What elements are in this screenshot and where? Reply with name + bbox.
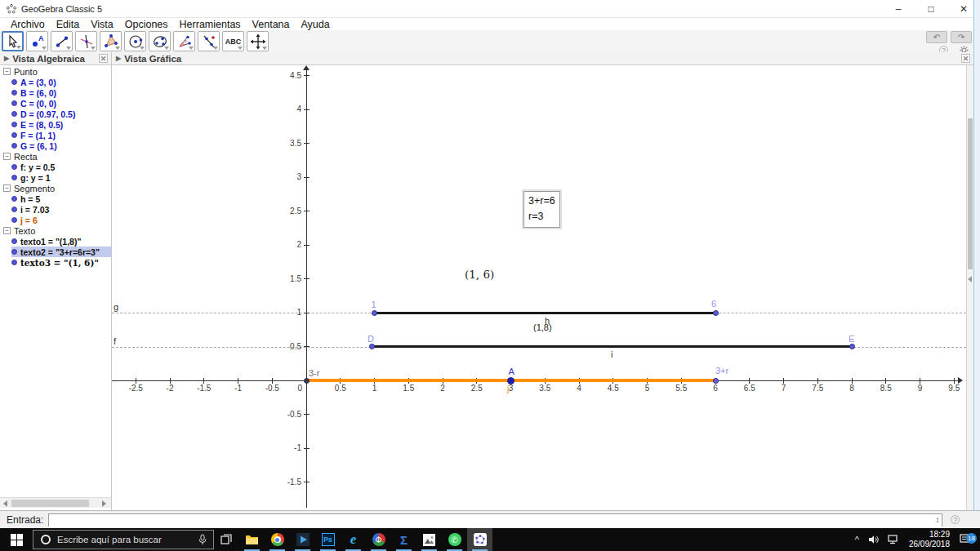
perpendicular-tool-button[interactable] (75, 31, 97, 51)
entrada-input[interactable] (49, 517, 942, 528)
collapse-icon[interactable]: − (3, 153, 11, 160)
text-object[interactable]: (1,8) (533, 322, 552, 332)
minimize-button[interactable]: – (882, 0, 915, 18)
start-button[interactable] (0, 528, 33, 551)
point-tool-button[interactable]: A (26, 31, 48, 51)
menu-item-ayuda[interactable]: Ayuda (296, 19, 336, 30)
segment-h[interactable] (375, 312, 716, 314)
algebra-view-header[interactable]: ▶ Vista Algebraica ✕ (0, 52, 111, 65)
panel-arrow-icon[interactable]: ▶ (4, 55, 9, 62)
transform-tool-button[interactable] (198, 31, 220, 51)
algebra-item[interactable]: A = (3, 0) (11, 77, 111, 87)
move-view-tool-button[interactable] (247, 31, 269, 51)
math-app-button[interactable]: Φ (366, 528, 391, 551)
object-bullet-icon[interactable] (11, 175, 17, 180)
microphone-icon[interactable] (198, 534, 207, 545)
graphics-side-scrollbar[interactable] (966, 65, 973, 510)
algebra-close-icon[interactable]: ✕ (99, 54, 108, 63)
algebra-category-punto[interactable]: −Punto (3, 66, 111, 77)
notification-center-button[interactable]: 18 (955, 534, 980, 545)
object-bullet-icon[interactable] (11, 90, 17, 96)
conic-tool-button[interactable] (149, 31, 171, 51)
object-bullet-icon[interactable] (11, 207, 17, 212)
volume-icon[interactable] (864, 535, 884, 544)
point-6[interactable] (713, 310, 719, 316)
graphics-canvas[interactable]: gf-2.5-2-1.5-1-0.50.511.522.533.544.555.… (112, 65, 966, 508)
algebra-item[interactable]: C = (0, 0) (11, 98, 111, 109)
algebra-item[interactable]: g: y = 1 (11, 172, 111, 183)
text-tool-button[interactable]: ABC (222, 31, 244, 51)
algebra-horizontal-scrollbar[interactable] (0, 497, 111, 508)
object-bullet-icon[interactable] (11, 196, 17, 202)
photoshop-button[interactable]: Ps (315, 528, 341, 551)
object-bullet-icon[interactable] (11, 111, 17, 117)
input-help-icon[interactable]: ? (951, 515, 960, 524)
graphics-view-header[interactable]: ▶ Vista Gráfica ✕ (112, 52, 973, 65)
object-bullet-icon[interactable] (11, 217, 17, 223)
object-bullet-icon[interactable] (11, 122, 17, 127)
object-bullet-icon[interactable] (11, 260, 17, 265)
input-updown-icon[interactable]: ↕ (935, 515, 939, 524)
point-A[interactable] (507, 377, 514, 384)
task-view-button[interactable] (214, 528, 239, 551)
panel-arrow-icon[interactable]: ▶ (116, 55, 121, 62)
algebra-item[interactable]: f: y = 0.5 (11, 162, 111, 172)
move-tool-button[interactable] (2, 31, 24, 51)
algebra-item[interactable]: D = (0.97, 0.5) (11, 109, 111, 119)
menu-item-opciones[interactable]: Opciones (119, 19, 174, 30)
collapse-arrow-icon[interactable] (968, 276, 972, 282)
object-bullet-icon[interactable] (11, 238, 17, 244)
algebra-item[interactable]: G = (6, 1) (11, 140, 111, 151)
collapse-icon[interactable]: − (3, 184, 11, 192)
algebra-item[interactable]: i = 7.03 (11, 204, 111, 215)
photos-button[interactable] (416, 528, 442, 551)
algebra-category-segmento[interactable]: −Segmento (3, 183, 111, 193)
point-3+r[interactable] (713, 378, 719, 384)
text-object[interactable]: (1, 6) (465, 268, 494, 281)
clock[interactable]: 18:29 26/09/2018 (904, 530, 955, 549)
file-explorer-button[interactable] (239, 528, 265, 551)
taskbar-search[interactable]: Escribe aquí para buscar (33, 530, 214, 549)
algebra-item[interactable]: B = (6, 0) (11, 87, 111, 98)
algebra-item[interactable]: E = (8, 0.5) (11, 119, 111, 130)
graphics-close-icon[interactable]: ✕ (961, 54, 970, 63)
menu-item-archivo[interactable]: Archivo (5, 19, 51, 30)
redo-button[interactable]: ↷ (951, 31, 972, 43)
internet-explorer-button[interactable]: e (341, 528, 366, 551)
scroll-left-icon[interactable] (3, 500, 7, 507)
algebra-category-texto[interactable]: −Texto (3, 225, 111, 236)
polygon-tool-button[interactable] (100, 31, 122, 51)
algebra-item[interactable]: texto3 = "(1, 6)" (11, 257, 111, 268)
text-object-boxed[interactable]: 3+r=6r=3 (523, 191, 560, 228)
object-bullet-icon[interactable] (11, 143, 17, 149)
segment-i[interactable] (372, 345, 852, 348)
angle-tool-button[interactable]: a (173, 31, 195, 51)
object-bullet-icon[interactable] (11, 164, 17, 170)
point-3-r[interactable] (304, 378, 310, 384)
algebra-item[interactable]: j = 6 (11, 215, 111, 225)
point-E[interactable] (849, 344, 855, 349)
point-1[interactable] (372, 310, 377, 316)
algebra-item[interactable]: texto1 = "(1,8)" (11, 236, 111, 247)
object-bullet-icon[interactable] (11, 100, 17, 106)
object-bullet-icon[interactable] (11, 132, 17, 138)
line-tool-button[interactable] (51, 31, 73, 51)
scroll-right-icon[interactable] (102, 500, 106, 507)
movies-tv-button[interactable] (290, 528, 315, 551)
collapse-icon[interactable]: − (3, 68, 11, 75)
sigma-app-button[interactable]: Σ (391, 528, 416, 551)
whatsapp-button[interactable]: ✆ (442, 528, 467, 551)
menu-item-ventana[interactable]: Ventana (247, 19, 296, 30)
algebra-category-recta[interactable]: −Recta (3, 151, 111, 162)
scrollbar-thumb[interactable] (968, 118, 973, 269)
chrome-button[interactable] (265, 528, 290, 551)
circle-tool-button[interactable] (124, 31, 146, 51)
undo-button[interactable]: ↶ (926, 31, 947, 43)
menu-item-vista[interactable]: Vista (85, 19, 119, 30)
point-D[interactable] (369, 344, 375, 349)
object-bullet-icon[interactable] (11, 249, 17, 255)
menu-item-herramientas[interactable]: Herramientas (174, 19, 247, 30)
object-bullet-icon[interactable] (11, 79, 17, 85)
hidden-icons-chevron[interactable]: ^ (850, 535, 864, 544)
algebra-item[interactable]: texto2 = "3+r=6r=3" (11, 247, 111, 257)
